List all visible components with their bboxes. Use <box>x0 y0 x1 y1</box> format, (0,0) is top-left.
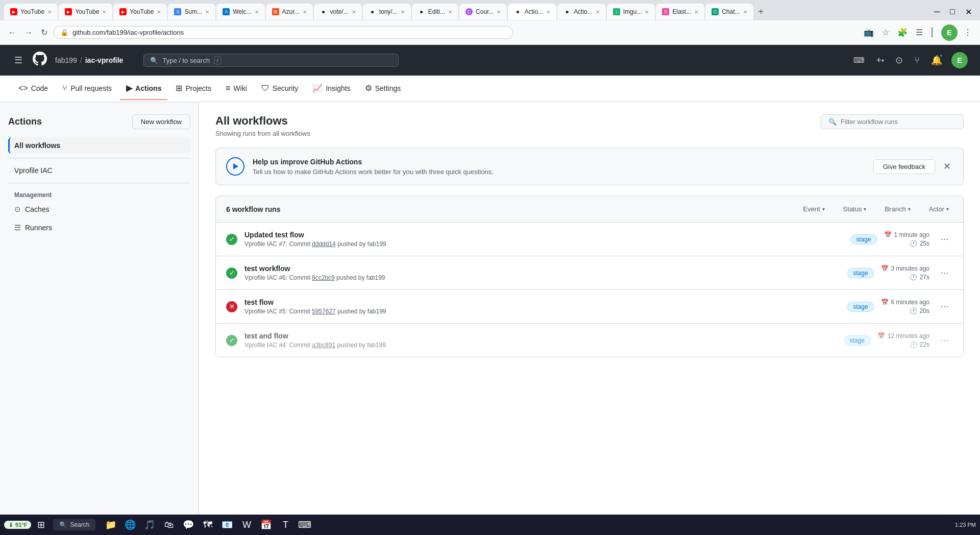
maximize-button[interactable]: □ <box>946 6 959 18</box>
tab-close-icon[interactable]: ✕ <box>743 9 747 15</box>
close-feedback-banner-button[interactable]: ✕ <box>941 159 953 174</box>
notifications-button[interactable]: 🔔 <box>929 53 944 68</box>
breadcrumb-repo-link[interactable]: iac-vprofile <box>85 56 124 64</box>
address-bar[interactable]: 🔒 <box>54 26 513 39</box>
browser-tab[interactable]: i Imgu... ✕ <box>607 4 655 20</box>
nav-projects[interactable]: ⊞ Projects <box>169 77 217 100</box>
tab-close-icon[interactable]: ✕ <box>255 9 259 15</box>
hamburger-menu-button[interactable]: ☰ <box>12 53 24 68</box>
nav-wiki[interactable]: ≡ Wiki <box>219 78 253 100</box>
status-filter-button[interactable]: Status ▾ <box>839 203 871 215</box>
browser-profile-avatar[interactable]: E <box>941 25 958 41</box>
run-commit-link[interactable]: 8cc2bc9 <box>312 274 335 281</box>
workflow-run-item[interactable]: ✓ test and flow Vprofile IAC #4: Commit … <box>216 324 963 357</box>
browser-tab[interactable]: ● Actio... ✕ <box>557 4 606 20</box>
tab-close-icon[interactable]: ✕ <box>448 9 452 15</box>
header-search[interactable]: 🔍 Type / to search / <box>143 54 399 67</box>
taskbar-app-browser[interactable]: 🌐 <box>121 516 139 534</box>
sidebar-item-all-workflows[interactable]: All workflows <box>8 137 190 154</box>
taskbar-app-mail[interactable]: 📧 <box>218 516 236 534</box>
filter-search-container[interactable]: 🔍 <box>821 114 964 129</box>
nav-security[interactable]: 🛡 Security <box>255 78 305 100</box>
taskbar-app-spotify[interactable]: 🎵 <box>140 516 159 534</box>
forward-button[interactable]: → <box>22 26 35 39</box>
tab-close-icon[interactable]: ✕ <box>352 9 356 15</box>
filter-workflow-runs-input[interactable] <box>841 118 943 126</box>
back-button[interactable]: ← <box>6 26 18 39</box>
breadcrumb-user-link[interactable]: fab199 <box>55 56 77 64</box>
browser-tab[interactable]: ● Editi... ✕ <box>412 4 458 20</box>
split-view-button[interactable]: ⎜ <box>929 26 937 39</box>
browser-tab[interactable]: ● vote/... ✕ <box>314 4 362 20</box>
tab-close-icon[interactable]: ✕ <box>645 9 649 15</box>
bookmark-button[interactable]: ☆ <box>880 26 891 39</box>
browser-tab[interactable]: S Sum... ✕ <box>168 4 215 20</box>
taskbar-app-maps[interactable]: 🗺 <box>199 516 217 534</box>
event-filter-button[interactable]: Event ▾ <box>799 203 828 215</box>
browser-tab[interactable]: E Elast... ✕ <box>656 4 704 20</box>
browser-menu-button[interactable]: ⋮ <box>962 26 974 39</box>
actor-filter-button[interactable]: Actor ▾ <box>925 203 953 215</box>
sidebar-item-caches[interactable]: ⊙ Caches <box>8 201 190 218</box>
tab-close-icon[interactable]: ✕ <box>546 9 550 15</box>
tab-close-icon[interactable]: ✕ <box>596 9 600 15</box>
tab-close-icon[interactable]: ✕ <box>205 9 209 15</box>
run-commit-link[interactable]: a3bc891 <box>312 342 335 349</box>
run-commit-link[interactable]: ddddd14 <box>312 240 336 248</box>
tab-close-icon[interactable]: ✕ <box>303 9 307 15</box>
tab-close-icon[interactable]: ✕ <box>47 9 52 15</box>
run-more-options-button[interactable]: ⋯ <box>937 300 953 313</box>
taskbar-app-store[interactable]: 🛍 <box>160 516 178 534</box>
github-logo[interactable] <box>33 52 47 69</box>
minimize-button[interactable]: ─ <box>930 6 944 18</box>
reader-view-button[interactable]: ☰ <box>914 26 925 39</box>
taskbar-app-word[interactable]: W <box>237 516 256 534</box>
start-button[interactable]: ⊞ <box>33 517 49 532</box>
browser-tab[interactable]: A Welc... ✕ <box>216 4 264 20</box>
tab-close-icon[interactable]: ✕ <box>497 9 501 15</box>
taskbar-search[interactable]: 🔍 Search <box>53 519 95 530</box>
reload-button[interactable]: ↻ <box>39 26 50 39</box>
browser-tab[interactable]: ▶ YouTube ✕ <box>59 4 112 20</box>
run-branch-tag[interactable]: stage <box>847 302 873 312</box>
screen-cast-button[interactable]: 📺 <box>862 26 876 39</box>
browser-tab[interactable]: C Cour... ✕ <box>459 4 507 20</box>
browser-tab[interactable]: ▶ YouTube ✕ <box>4 4 58 20</box>
workflow-run-item[interactable]: ✓ test workflow Vprofile IAC #6: Commit … <box>216 256 963 290</box>
terminal-button[interactable]: ⌨ <box>851 54 867 67</box>
nav-insights[interactable]: 📈 Insights <box>306 77 356 100</box>
browser-tab[interactable]: ● tony/... ✕ <box>363 4 411 20</box>
run-branch-tag[interactable]: stage <box>844 335 870 346</box>
branch-filter-button[interactable]: Branch ▾ <box>880 203 914 215</box>
browser-tab[interactable]: C Chat... ✕ <box>705 4 753 20</box>
give-feedback-button[interactable]: Give feedback <box>873 159 935 174</box>
tab-close-icon[interactable]: ✕ <box>694 9 698 15</box>
run-branch-tag[interactable]: stage <box>847 268 873 278</box>
new-tab-button[interactable]: + <box>754 5 768 19</box>
new-item-button[interactable]: + ▾ <box>874 53 886 68</box>
extensions-button[interactable]: 🧩 <box>895 26 910 39</box>
run-more-options-button[interactable]: ⋯ <box>937 333 953 347</box>
tab-close-icon[interactable]: ✕ <box>401 9 405 15</box>
nav-settings[interactable]: ⚙ Settings <box>359 77 407 100</box>
run-branch-tag[interactable]: stage <box>850 234 876 245</box>
issues-button[interactable]: ⊙ <box>893 53 905 68</box>
nav-code[interactable]: <> Code <box>12 78 54 100</box>
nav-actions[interactable]: ▶ Actions <box>120 77 167 100</box>
pull-requests-icon-button[interactable]: ⑂ <box>912 53 922 68</box>
close-button[interactable]: ✕ <box>961 6 976 18</box>
browser-tab-active[interactable]: ● Actio... ✕ <box>508 4 556 20</box>
taskbar-app-ide[interactable]: ⌨ <box>296 516 314 534</box>
tab-close-icon[interactable]: ✕ <box>157 9 161 15</box>
sidebar-item-vprofile-iac[interactable]: Vprofile IAC <box>8 162 190 179</box>
browser-tab[interactable]: ⊞ Azur... ✕ <box>266 4 313 20</box>
taskbar-app-whatsapp[interactable]: 💬 <box>179 516 198 534</box>
new-workflow-button[interactable]: New workflow <box>132 114 190 129</box>
taskbar-app-calendar[interactable]: 📅 <box>257 516 275 534</box>
tab-close-icon[interactable]: ✕ <box>102 9 106 15</box>
sidebar-item-runners[interactable]: ☰ Runners <box>8 219 190 236</box>
user-avatar[interactable]: E <box>951 52 968 68</box>
run-more-options-button[interactable]: ⋯ <box>937 266 953 280</box>
run-commit-link[interactable]: 5957627 <box>312 308 336 315</box>
taskbar-app-teams[interactable]: T <box>276 516 295 534</box>
